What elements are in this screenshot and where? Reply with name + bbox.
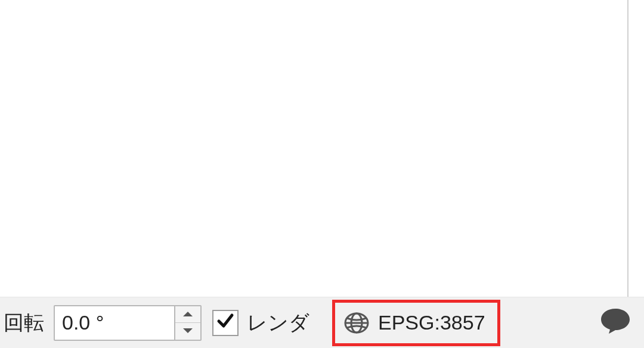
chevron-up-icon bbox=[182, 310, 193, 319]
status-bar: 回転 bbox=[0, 297, 644, 348]
svg-marker-0 bbox=[183, 312, 193, 316]
app-window: 回転 bbox=[0, 0, 644, 348]
chevron-down-icon bbox=[182, 327, 193, 335]
rotation-step-up[interactable] bbox=[175, 306, 200, 324]
rotation-input[interactable] bbox=[55, 306, 174, 340]
globe-icon bbox=[343, 310, 370, 336]
messages-button[interactable] bbox=[595, 306, 636, 340]
speech-bubble-icon bbox=[599, 306, 632, 340]
rotation-spinbox[interactable] bbox=[54, 305, 202, 341]
map-canvas[interactable] bbox=[0, 0, 628, 297]
render-toggle: レンダ bbox=[212, 309, 309, 337]
rotation-label: 回転 bbox=[4, 309, 44, 337]
render-label: レンダ bbox=[247, 309, 309, 337]
svg-marker-1 bbox=[183, 328, 193, 333]
rotation-control: 回転 bbox=[4, 305, 202, 341]
spinbox-buttons bbox=[174, 306, 200, 340]
crs-selector-button[interactable]: EPSG:3857 bbox=[332, 300, 500, 346]
rotation-step-down[interactable] bbox=[175, 323, 200, 340]
checkmark-icon bbox=[216, 311, 234, 334]
render-checkbox[interactable] bbox=[212, 310, 239, 336]
crs-label: EPSG:3857 bbox=[378, 311, 485, 334]
